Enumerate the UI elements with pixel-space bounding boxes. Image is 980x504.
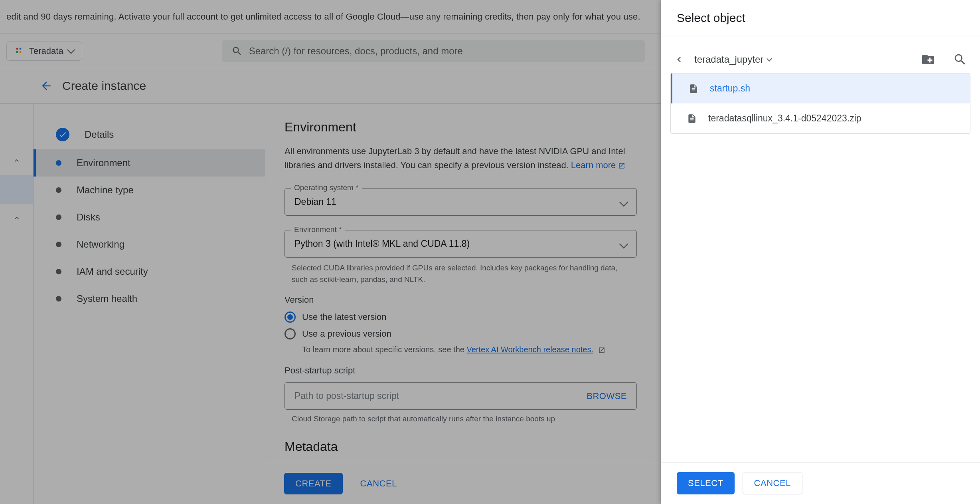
breadcrumb-row: teradata_jupyter bbox=[666, 46, 975, 73]
search-icon[interactable] bbox=[953, 52, 967, 67]
dropdown-icon bbox=[767, 56, 772, 62]
file-list: startup.sh teradatasqllinux_3.4.1-d05242… bbox=[670, 73, 970, 134]
drawer-title: Select object bbox=[661, 0, 980, 36]
drawer-body: teradata_jupyter startup.sh teradatasqll… bbox=[661, 36, 980, 462]
file-row[interactable]: teradatasqllinux_3.4.1-d05242023.zip bbox=[671, 103, 970, 133]
file-name: teradatasqllinux_3.4.1-d05242023.zip bbox=[708, 113, 861, 124]
new-folder-icon[interactable] bbox=[921, 52, 935, 67]
file-icon bbox=[688, 83, 699, 94]
drawer-footer: SELECT CANCEL bbox=[661, 462, 980, 504]
select-object-drawer: Select object teradata_jupyter startup.s… bbox=[661, 0, 980, 504]
file-row-selected[interactable]: startup.sh bbox=[671, 73, 970, 103]
drawer-cancel-button[interactable]: CANCEL bbox=[743, 472, 802, 494]
location-name: teradata_jupyter bbox=[694, 54, 763, 65]
back-icon[interactable] bbox=[674, 54, 685, 65]
file-icon bbox=[687, 113, 697, 124]
location-dropdown[interactable]: teradata_jupyter bbox=[694, 54, 903, 65]
file-name: startup.sh bbox=[710, 83, 750, 94]
select-button[interactable]: SELECT bbox=[677, 472, 735, 494]
